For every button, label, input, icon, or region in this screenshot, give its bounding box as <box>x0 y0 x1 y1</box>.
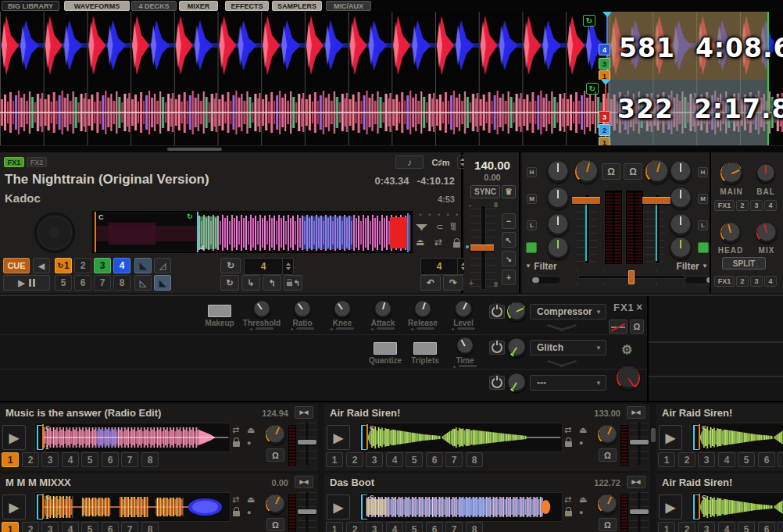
hotcue-7-button[interactable]: 7 <box>94 275 111 291</box>
reloop-button[interactable]: ↰ <box>284 275 302 291</box>
beatjump-size-spinbox[interactable]: 4 <box>420 258 469 275</box>
loop-anchor-button[interactable]: ↻ <box>220 275 239 291</box>
play-pause-button[interactable]: ▶ <box>3 275 50 291</box>
sampler-waveform[interactable]: C <box>691 423 783 452</box>
hotcue-3-button[interactable]: 3 <box>94 258 111 273</box>
filter-knob-left[interactable] <box>547 237 569 259</box>
sampler-hotcue-8[interactable]: 8 <box>466 522 483 532</box>
sampler-waveform[interactable]: C <box>359 492 563 522</box>
fx-mix-mode-button[interactable] <box>609 320 627 334</box>
deck2-waveform[interactable]: ↻ 3 2 1 322 2:17.88 <box>0 80 783 145</box>
fx-pfl-button[interactable]: Ω <box>630 320 644 334</box>
head-fx4-button[interactable]: 4 <box>764 276 777 287</box>
eq-mid-knob-left[interactable] <box>547 187 569 209</box>
sampler-hotcue-6[interactable]: 6 <box>758 452 775 467</box>
sampler-hotcue-1[interactable]: 1 <box>658 452 675 467</box>
sampler-hotcue-5[interactable]: 5 <box>738 452 755 467</box>
sampler-hotcue-1[interactable]: 1 <box>2 522 19 532</box>
sampler-sync-button[interactable]: ▶◀ <box>295 476 313 488</box>
deck2-hotcue-marker-1[interactable]: 1 <box>599 137 610 145</box>
beatgrid-icon[interactable]: !||| <box>450 222 456 230</box>
sampler-pfl-button[interactable]: Ω <box>599 518 617 531</box>
deck-fx1-assign-button[interactable]: FX1 <box>4 157 24 167</box>
head-fx2-button[interactable]: 2 <box>736 276 749 287</box>
fx-param-release-knob[interactable] <box>414 301 431 318</box>
sampler-play-button[interactable]: ▶ <box>2 425 26 450</box>
waveform-scrollbar[interactable] <box>0 145 783 152</box>
sampler-waveform[interactable]: C <box>359 423 563 452</box>
sampler-hotcue-3[interactable]: 3 <box>366 452 383 467</box>
fx-param-level-knob[interactable] <box>455 301 472 318</box>
sampler-hotcue-7[interactable]: 7 <box>778 522 783 532</box>
sampler-pitch-handle[interactable] <box>298 509 316 514</box>
loop-toggle-button[interactable]: ↻ <box>220 258 241 273</box>
sampler-sync-button[interactable]: ▶◀ <box>627 406 645 419</box>
loop-size-spinner[interactable] <box>282 259 293 274</box>
volume-fader-handle-right[interactable] <box>642 197 670 204</box>
cue-button[interactable]: CUE <box>3 258 30 273</box>
sampler-gain-knob[interactable] <box>598 425 617 445</box>
sync-leader-button[interactable]: ♛ <box>502 185 516 198</box>
sampler-hotcue-5[interactable]: 5 <box>406 522 423 532</box>
sampler-hotcue-2[interactable]: 2 <box>678 522 695 532</box>
eq-high-knob-left[interactable] <box>547 161 569 183</box>
beatjump-back-button[interactable]: ↶ <box>420 275 441 291</box>
fx-param-threshold-knob[interactable] <box>253 301 270 318</box>
sampler-hotcue-5[interactable]: 5 <box>81 452 98 467</box>
toggle-samplers[interactable]: SAMPLERS <box>272 1 322 11</box>
sampler-play-button[interactable]: ▶ <box>327 495 350 520</box>
head-fx1-button[interactable]: FX1 <box>714 276 735 287</box>
pfl-button-left[interactable]: Ω <box>602 163 620 180</box>
toggle-4-decks[interactable]: 4 DECKS <box>131 1 177 11</box>
sampler-hotcue-7[interactable]: 7 <box>121 452 138 467</box>
fx-slot2-enable-button[interactable] <box>489 341 505 355</box>
sampler-sync-button[interactable]: ▶◀ <box>295 406 313 419</box>
deck1-hotcue-marker-3[interactable]: 3 <box>599 58 610 70</box>
fx-slot2-selector[interactable]: Glitch ▼ <box>530 340 606 355</box>
stop-dot-icon[interactable]: ● <box>247 509 251 516</box>
deck2-hotcue-marker-2[interactable]: 2 <box>599 124 610 136</box>
sampler-hotcue-4[interactable]: 4 <box>718 522 735 532</box>
keylock-icon[interactable] <box>233 441 240 447</box>
outro-start-button[interactable]: ◺ <box>134 275 152 291</box>
sampler-hotcue-4[interactable]: 4 <box>718 452 735 467</box>
sampler-hotcue-5[interactable]: 5 <box>406 452 423 467</box>
repeat-icon[interactable]: ⇄ <box>232 495 239 505</box>
rate-nudge-up-button[interactable]: ↖ <box>502 232 516 248</box>
fx-param-attack-knob[interactable] <box>374 301 392 318</box>
sampler-hotcue-2[interactable]: 2 <box>22 452 39 467</box>
slip-mode-icon[interactable]: ◥◤ <box>416 222 426 232</box>
gain-knob-left[interactable] <box>575 160 599 184</box>
quick-effect-enable-right[interactable] <box>698 242 709 253</box>
fx-param-ratio-knob[interactable] <box>294 301 311 318</box>
keylock-icon[interactable] <box>565 441 572 447</box>
eq-low-kill-right[interactable]: L <box>698 220 708 230</box>
sampler-hotcue-7[interactable]: 7 <box>445 452 463 467</box>
crossfader-handle[interactable] <box>628 270 635 284</box>
keylock-icon[interactable] <box>233 511 240 516</box>
fx-param-time-knob[interactable] <box>456 337 474 355</box>
sampler-pitch-handle[interactable] <box>630 509 649 514</box>
sampler-waveform[interactable]: C 1 <box>34 423 231 452</box>
fx-slot1-enable-button[interactable] <box>489 305 505 319</box>
keylock-icon[interactable] <box>453 242 460 248</box>
sampler-play-button[interactable]: ▶ <box>659 425 682 450</box>
sampler-hotcue-2[interactable]: 2 <box>22 522 39 532</box>
sampler-hotcue-6[interactable]: 6 <box>426 452 443 467</box>
hotcue-6-button[interactable]: 6 <box>74 275 91 291</box>
sampler-hotcue-1[interactable]: 1 <box>326 452 343 467</box>
fx-param-quantize-button[interactable] <box>374 342 397 355</box>
master-fx4-button[interactable]: 4 <box>764 200 777 211</box>
rating-dots[interactable]: • • • • • <box>416 211 464 219</box>
reverse-button[interactable]: ◀ <box>33 258 50 273</box>
stop-dot-icon[interactable]: ● <box>579 439 583 447</box>
rate-nudge-down-button[interactable]: ↘ <box>502 251 516 266</box>
fx-settings-gear-icon[interactable]: ⚙ <box>621 342 632 357</box>
pitch-slider-handle[interactable] <box>470 245 494 251</box>
toggle-big-library[interactable]: BIG LIBRARY <box>2 1 59 11</box>
reverse-roll-icon[interactable]: ⊂ <box>436 222 443 232</box>
keylock-icon[interactable] <box>565 511 572 516</box>
sampler-pitch-slider[interactable] <box>298 492 316 532</box>
sampler-hotcue-2[interactable]: 2 <box>678 452 695 467</box>
split-cue-button[interactable]: SPLIT <box>722 257 766 270</box>
